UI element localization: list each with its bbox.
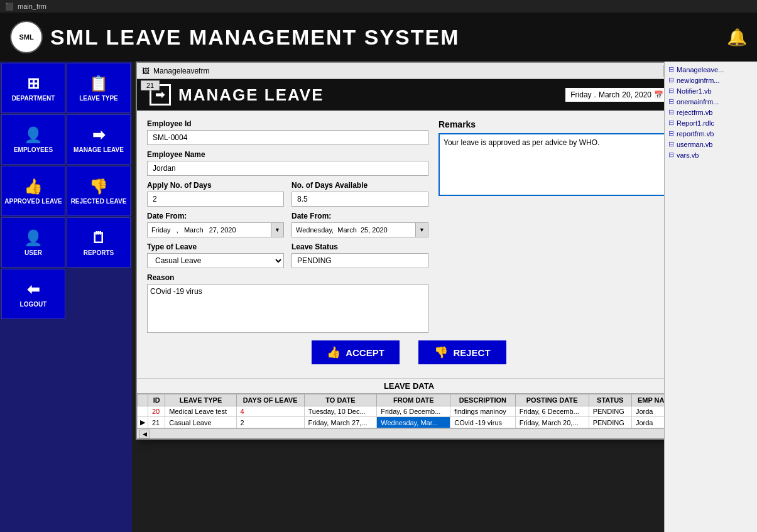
file-item[interactable]: ⊟ rejectfrm.vb bbox=[665, 107, 757, 117]
days-available-group: No. of Days Available bbox=[291, 181, 428, 207]
title-bar-icon: ⬛ bbox=[5, 3, 14, 11]
date-from-label: Date From: bbox=[147, 212, 284, 220]
leave-type-status-row: Type of Leave Casual Leave Medical Leave… bbox=[147, 242, 428, 268]
sidebar-item-user[interactable]: 👤 USER bbox=[1, 217, 65, 268]
dates-row: Date From: ▼ Date From: ▼ bbox=[147, 212, 428, 237]
leave-type-icon: 📋 bbox=[89, 75, 108, 92]
file-item[interactable]: ⊟ Notifier1.vb bbox=[665, 85, 757, 96]
sidebar-item-leave-type[interactable]: 📋 LEAVE TYPE bbox=[67, 63, 131, 113]
file-item[interactable]: ⊟ reportfrm.vb bbox=[665, 128, 757, 139]
row-id: 20 bbox=[148, 406, 165, 417]
employee-name-label: Employee Name bbox=[147, 150, 428, 159]
file-icon: ⊟ bbox=[668, 97, 674, 106]
file-icon: ⊟ bbox=[668, 140, 674, 148]
dialog-scrollbar[interactable]: ◀ ▶ bbox=[137, 428, 681, 438]
row-selector bbox=[138, 406, 148, 417]
days-available-input[interactable] bbox=[291, 192, 428, 207]
sidebar: ⊞ DEPARTMENT 📋 LEAVE TYPE 👤 EMPLOYEES ➡ … bbox=[0, 62, 132, 532]
row-selector: ▶ bbox=[138, 417, 148, 428]
row-days: 2 bbox=[236, 417, 304, 428]
table-row[interactable]: 20 Medical Leave test 4 Tuesday, 10 Dec.… bbox=[138, 406, 681, 417]
row-from-date: Wednesday, Mar... bbox=[377, 417, 450, 428]
row-status: PENDING bbox=[589, 406, 631, 417]
row-from-date: Friday, 6 Decemb... bbox=[377, 406, 450, 417]
remarks-textarea[interactable]: Your leave is approved as per advice by … bbox=[438, 133, 671, 196]
leave-table: ID LEAVE TYPE DAYS OF LEAVE TO DATE FROM… bbox=[137, 394, 681, 428]
scroll-left-btn[interactable]: ◀ bbox=[139, 430, 150, 438]
file-item[interactable]: ⊟ Report1.rdlc bbox=[665, 117, 757, 128]
leave-table-container: ID LEAVE TYPE DAYS OF LEAVE TO DATE FROM… bbox=[137, 393, 681, 428]
days-available-label: No. of Days Available bbox=[291, 181, 428, 190]
thumbsdown-icon: 👎 bbox=[434, 345, 448, 359]
sidebar-item-logout[interactable]: ⬅ LOGOUT bbox=[1, 269, 65, 319]
leave-status-label: Leave Status bbox=[291, 242, 428, 251]
file-icon: ⊟ bbox=[668, 119, 674, 127]
employee-id-input[interactable] bbox=[147, 130, 428, 145]
apply-days-input[interactable] bbox=[147, 192, 284, 207]
form-right: Remarks Your leave is approved as per ad… bbox=[438, 119, 671, 335]
file-icon: ⊟ bbox=[668, 129, 674, 138]
file-item[interactable]: ⊟ onemainfrm... bbox=[665, 96, 757, 107]
leave-type-select[interactable]: Casual Leave Medical Leave Annual Leave bbox=[147, 253, 284, 268]
file-item[interactable]: ⊟ newloginfrm... bbox=[665, 75, 757, 85]
sidebar-item-approved-leave[interactable]: 👍 APPROVED LEAVE bbox=[1, 166, 65, 216]
col-posting-date: POSTING DATE bbox=[515, 394, 589, 406]
employee-id-label: Employee Id bbox=[147, 119, 428, 128]
row-description: findings maninoy bbox=[450, 406, 515, 417]
calendar-icon[interactable]: 📅 bbox=[654, 90, 663, 99]
table-row[interactable]: ▶ 21 Casual Leave 2 Friday, March 27,...… bbox=[138, 417, 681, 428]
leave-type-label: Type of Leave bbox=[147, 242, 284, 251]
employee-name-group: Employee Name bbox=[147, 150, 428, 176]
date-display: Friday . March 20, 2020 📅 bbox=[565, 88, 668, 102]
dialog-title: Manageleavefrm bbox=[153, 67, 663, 75]
file-item[interactable]: ⊟ vars.vb bbox=[665, 149, 757, 160]
approved-leave-icon: 👍 bbox=[24, 178, 43, 195]
row-description: COvid -19 virus bbox=[450, 417, 515, 428]
form-left: Employee Id Employee Name Apply No. of D… bbox=[147, 119, 428, 335]
app-title: SML LEAVE MANAGEMENT SYSTEM bbox=[50, 25, 727, 50]
file-icon: ⊟ bbox=[668, 151, 674, 159]
reason-group: Reason COvid -19 virus bbox=[147, 273, 428, 335]
file-panel: ⊟ Manageleave... ⊟ newloginfrm... ⊟ Noti… bbox=[664, 62, 757, 532]
col-selector bbox=[138, 394, 148, 406]
date-to-label: Date From: bbox=[291, 212, 428, 220]
file-icon: ⊟ bbox=[668, 76, 674, 84]
file-item[interactable]: ⊟ userman.vb bbox=[665, 139, 757, 149]
sidebar-item-department[interactable]: ⊞ DEPARTMENT bbox=[1, 63, 65, 113]
sidebar-item-employees[interactable]: 👤 EMPLOYEES bbox=[1, 114, 65, 165]
date-from-picker-btn[interactable]: ▼ bbox=[271, 223, 283, 237]
date-day: Friday bbox=[570, 90, 591, 99]
date-to-input[interactable] bbox=[292, 224, 415, 236]
sidebar-item-manage-leave[interactable]: ➡ MANAGE LEAVE bbox=[67, 114, 131, 165]
sidebar-item-rejected-leave[interactable]: 👎 REJECTED LEAVE bbox=[67, 166, 131, 216]
bell-icon[interactable]: 🔔 bbox=[727, 28, 747, 47]
form-section: Employee Id Employee Name Apply No. of D… bbox=[147, 119, 671, 335]
reject-button[interactable]: 👎 REJECT bbox=[418, 340, 506, 364]
apply-days-label: Apply No. of Days bbox=[147, 181, 284, 190]
row-posting-date: Friday, 6 Decemb... bbox=[515, 406, 589, 417]
date-to-picker-btn[interactable]: ▼ bbox=[415, 223, 428, 237]
sidebar-item-reports[interactable]: 🗒 REPORTS bbox=[67, 217, 131, 268]
date-from-input[interactable] bbox=[148, 224, 271, 236]
date-sep1: . bbox=[594, 90, 596, 99]
leave-type-group: Type of Leave Casual Leave Medical Leave… bbox=[147, 242, 284, 268]
days-row: Apply No. of Days No. of Days Available bbox=[147, 181, 428, 207]
col-from-date: FROM DATE bbox=[377, 394, 450, 406]
main-layout: ⊞ DEPARTMENT 📋 LEAVE TYPE 👤 EMPLOYEES ➡ … bbox=[0, 62, 757, 532]
row-posting-date: Friday, March 20,... bbox=[515, 417, 589, 428]
employees-icon: 👤 bbox=[24, 126, 43, 144]
col-description: DESCRIPTION bbox=[450, 394, 515, 406]
accept-button[interactable]: 👍 ACCEPT bbox=[312, 340, 400, 364]
dialog-icon: 🖼 bbox=[142, 67, 150, 75]
leave-status-input[interactable] bbox=[291, 253, 428, 268]
row-id: 21 bbox=[148, 417, 165, 428]
date-to-container: ▼ bbox=[291, 222, 428, 237]
row-status: PENDING bbox=[589, 417, 631, 428]
employee-name-input[interactable] bbox=[147, 161, 428, 176]
reason-textarea[interactable]: COvid -19 virus bbox=[147, 284, 428, 333]
action-buttons-row: 👍 ACCEPT 👎 REJECT bbox=[147, 335, 671, 369]
file-item[interactable]: ⊟ Manageleave... bbox=[665, 64, 757, 75]
dialog-body: Employee Id Employee Name Apply No. of D… bbox=[137, 111, 681, 378]
logout-icon: ⬅ bbox=[27, 281, 40, 298]
dialog-header-title: ➡ MANAGE LEAVE bbox=[150, 84, 324, 106]
